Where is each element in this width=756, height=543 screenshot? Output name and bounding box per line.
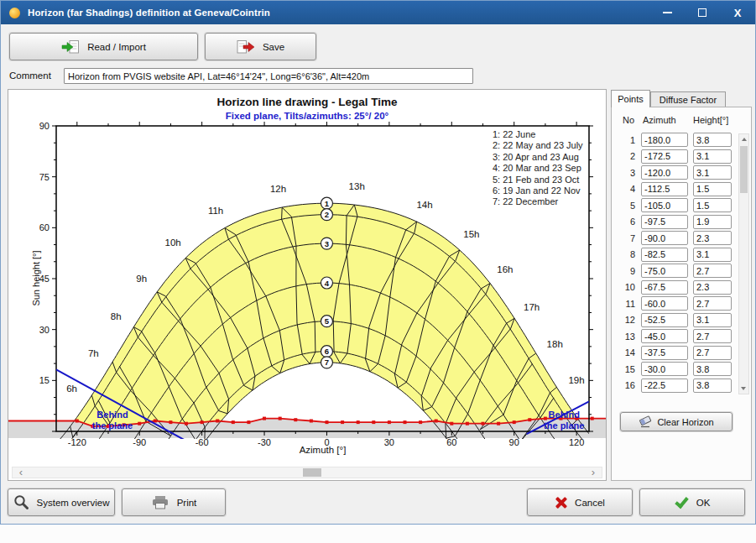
height-input[interactable] <box>693 165 732 180</box>
legend-entry: 7: 22 December <box>493 196 583 207</box>
points-table: 12345678910111213141516 <box>617 133 732 394</box>
azimuth-input[interactable] <box>641 313 688 327</box>
azimuth-input[interactable] <box>641 165 688 180</box>
height-input[interactable] <box>693 379 732 393</box>
height-input[interactable] <box>693 313 732 327</box>
tab-diffuse-factor[interactable]: Diffuse Factor <box>650 91 726 107</box>
scrollbar-thumb[interactable] <box>303 468 321 477</box>
azimuth-input[interactable] <box>641 346 688 360</box>
azimuth-input[interactable] <box>641 182 688 196</box>
azimuth-input[interactable] <box>641 149 688 164</box>
azimuth-input[interactable] <box>641 264 688 278</box>
legend-entry: 3: 20 Apr and 23 Aug <box>493 152 583 163</box>
points-row: 5 <box>617 198 732 212</box>
height-input[interactable] <box>693 264 732 278</box>
svg-text:8h: 8h <box>111 311 122 321</box>
svg-text:10h: 10h <box>165 238 181 248</box>
azimuth-input[interactable] <box>641 231 688 245</box>
height-input[interactable] <box>693 362 732 376</box>
height-input[interactable] <box>693 280 732 295</box>
comment-input[interactable] <box>64 68 473 84</box>
svg-text:90: 90 <box>39 121 50 131</box>
height-input[interactable] <box>693 133 732 147</box>
points-scrollbar-thumb[interactable] <box>740 146 748 193</box>
scroll-right-icon[interactable]: › <box>587 467 600 478</box>
tab-points[interactable]: Points <box>611 90 650 107</box>
svg-text:17h: 17h <box>524 302 540 312</box>
chart-subtitle: Fixed plane, Tilts/azimuths: 25°/ 20° <box>8 111 606 121</box>
print-button[interactable]: Print <box>122 488 226 516</box>
height-input[interactable] <box>693 329 732 343</box>
point-number: 15 <box>617 364 635 374</box>
svg-text:7h: 7h <box>88 348 99 358</box>
cancel-label: Cancel <box>575 498 605 508</box>
height-input[interactable] <box>693 198 732 212</box>
point-number: 12 <box>617 315 635 325</box>
legend-entry: 2: 22 May and 23 July <box>493 140 583 151</box>
svg-text:6: 6 <box>325 347 329 356</box>
height-input[interactable] <box>693 182 732 196</box>
svg-text:7: 7 <box>325 358 329 367</box>
maximize-button[interactable] <box>685 1 720 24</box>
svg-text:4: 4 <box>325 279 330 288</box>
read-import-button[interactable]: Read / Import <box>9 33 198 60</box>
svg-text:5: 5 <box>325 316 330 326</box>
print-label: Print <box>177 498 197 508</box>
ok-button[interactable]: OK <box>639 488 745 516</box>
chart-horizontal-scrollbar[interactable]: ‹ › <box>12 467 602 478</box>
azimuth-input[interactable] <box>641 133 688 147</box>
svg-text:15: 15 <box>39 375 50 385</box>
height-input[interactable] <box>693 248 732 262</box>
point-number: 9 <box>617 266 635 276</box>
height-input[interactable] <box>693 149 732 164</box>
clear-horizon-button[interactable]: Clear Horizon <box>620 412 733 431</box>
scroll-up-icon[interactable] <box>742 138 747 141</box>
point-number: 16 <box>617 380 635 390</box>
minimize-button[interactable] <box>649 1 685 24</box>
point-number: 8 <box>617 249 635 259</box>
points-row: 16 <box>617 379 732 393</box>
svg-text:the plane: the plane <box>92 420 133 431</box>
azimuth-input[interactable] <box>641 198 688 212</box>
read-import-label: Read / Import <box>87 42 146 52</box>
save-icon <box>237 39 255 55</box>
system-overview-button[interactable]: System overview <box>8 488 115 516</box>
header-no: No <box>623 115 634 125</box>
title-bar: Horizon (far Shadings) definition at Gen… <box>1 1 755 24</box>
azimuth-input[interactable] <box>641 296 688 311</box>
close-icon: X <box>734 7 742 19</box>
close-button[interactable]: X <box>720 1 755 24</box>
points-vertical-scrollbar[interactable] <box>738 133 749 394</box>
svg-text:13h: 13h <box>349 181 365 191</box>
azimuth-input[interactable] <box>641 215 688 229</box>
svg-text:19h: 19h <box>568 375 584 385</box>
azimuth-input[interactable] <box>641 329 688 343</box>
ok-label: OK <box>696 498 711 508</box>
azimuth-input[interactable] <box>641 248 688 262</box>
save-button[interactable]: Save <box>205 33 316 60</box>
clear-horizon-label: Clear Horizon <box>657 417 713 427</box>
azimuth-input[interactable] <box>641 280 688 295</box>
height-input[interactable] <box>693 346 732 360</box>
svg-text:18h: 18h <box>547 339 563 349</box>
height-input[interactable] <box>693 296 732 311</box>
svg-text:11h: 11h <box>208 206 223 216</box>
header-azimuth: Azimuth <box>643 115 676 125</box>
azimuth-input[interactable] <box>641 379 688 393</box>
points-row: 12 <box>617 313 732 327</box>
height-input[interactable] <box>693 231 732 245</box>
height-input[interactable] <box>693 215 732 229</box>
magnifier-icon <box>13 494 29 510</box>
svg-text:1: 1 <box>325 199 330 208</box>
points-row: 7 <box>617 231 732 245</box>
azimuth-input[interactable] <box>641 362 688 376</box>
cancel-button[interactable]: Cancel <box>527 488 633 516</box>
system-overview-label: System overview <box>37 498 110 508</box>
scroll-left-icon[interactable]: ‹ <box>14 467 28 478</box>
cancel-x-icon <box>555 496 567 509</box>
scroll-down-icon[interactable] <box>741 387 746 390</box>
points-row: 8 <box>617 248 732 262</box>
svg-text:Behind: Behind <box>549 410 580 420</box>
comment-label: Comment <box>9 70 51 81</box>
points-row: 9 <box>617 264 732 278</box>
